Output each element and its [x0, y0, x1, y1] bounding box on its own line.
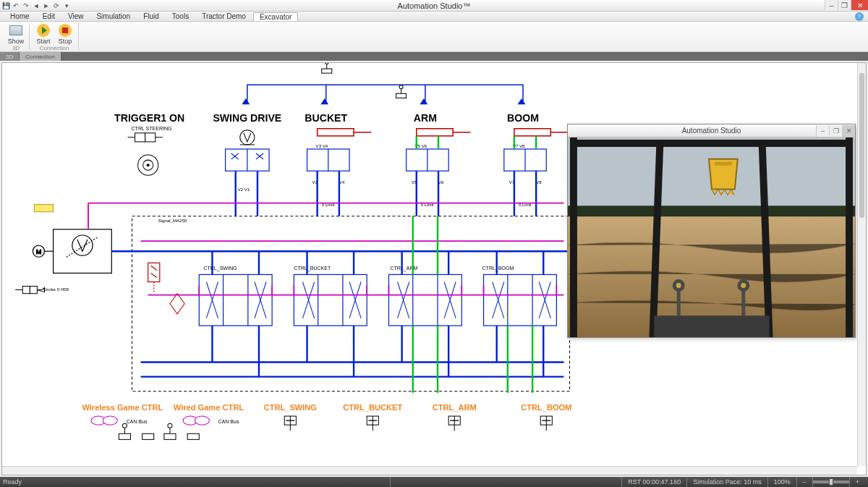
svg-rect-43 [22, 287, 30, 294]
label-ctrlswing: CTRL_SWING [264, 403, 317, 412]
panel-3d-titlebar[interactable]: Automation Studio – ❐ ✕ [568, 124, 855, 137]
dcv-arm [388, 274, 461, 326]
svg-text:CAN Bus: CAN Bus [218, 419, 239, 424]
ribbon-group-3d-label: 3D [12, 45, 20, 51]
svg-point-76 [168, 423, 172, 428]
status-zoom: 100% [767, 477, 796, 487]
main-canvas[interactable]: TRIGGER1 ON SWING DRIVE BUCKET ARM BOOM … [1, 62, 867, 475]
menu-simulation[interactable]: Simulation [90, 12, 136, 20]
label-trigger1: TRIGGER1 ON [114, 112, 184, 124]
svg-text:CTRL_BOOM: CTRL_BOOM [482, 266, 514, 271]
zoom-out-button[interactable]: – [796, 477, 812, 487]
joystick-icon [164, 423, 199, 439]
sub-strip: 3D Connection [0, 52, 868, 61]
svg-rect-18 [514, 129, 550, 136]
joystick-icon [322, 63, 332, 73]
solenoid-icon [367, 416, 378, 431]
menu-excavator[interactable]: Excavator [253, 12, 298, 21]
dcv-bucket [294, 274, 367, 326]
svg-rect-7 [145, 133, 156, 142]
svg-text:V2 V1: V2 V1 [238, 187, 250, 192]
menu-edit[interactable]: Edit [37, 12, 61, 20]
panel-maximize-button[interactable]: ❐ [829, 125, 842, 137]
panel-3d-title-label: Automation Studio [682, 127, 741, 135]
monitor-icon [9, 25, 22, 35]
play-icon [37, 24, 50, 37]
window-close-button[interactable]: ✕ [851, 0, 868, 10]
subtab-3d[interactable]: 3D [0, 52, 19, 61]
qa-save-icon[interactable]: 💾 [1, 1, 10, 10]
ribbon-group-connection: Start Stop Connection [30, 23, 79, 50]
svg-text:CTRL_BUCKET: CTRL_BUCKET [294, 266, 331, 271]
stop-icon [59, 24, 72, 37]
svg-point-90 [739, 281, 748, 290]
dcv-swing [199, 274, 272, 326]
gamepad-icon [183, 416, 209, 425]
label-bucket: BUCKET [305, 112, 347, 124]
qa-redo-icon[interactable]: ↷ [22, 1, 30, 10]
bucket-icon [709, 159, 738, 195]
svg-rect-16 [417, 129, 453, 136]
panel-3d-viewport[interactable] [568, 137, 855, 337]
gamepad-icon [91, 416, 117, 425]
label-wired: Wired Game CTRL [174, 403, 244, 412]
svg-rect-74 [164, 433, 176, 439]
app-title: Automation Studio™ [398, 1, 471, 10]
dcv-boom [484, 274, 557, 326]
window-minimize-button[interactable]: – [825, 0, 838, 10]
svg-point-87 [674, 281, 683, 290]
qa-undo-icon[interactable]: ↶ [12, 1, 20, 10]
solenoid-icon [284, 416, 296, 431]
menu-tools[interactable]: Tools [166, 12, 195, 20]
stop-button[interactable]: Stop [55, 23, 75, 45]
label-boom: BOOM [507, 112, 539, 124]
label-arm: ARM [414, 112, 437, 124]
panel-close-button[interactable]: ✕ [842, 125, 855, 137]
label-ctrlbucket: CTRL_BUCKET [343, 403, 402, 412]
ribbon-group-connection-label: Connection [40, 45, 69, 51]
show-button[interactable]: Show [6, 23, 26, 45]
menu-home[interactable]: Home [4, 12, 35, 20]
window-controls: – ❐ ✕ [825, 0, 868, 10]
ribbon: Show 3D Start Stop Connection [0, 22, 868, 52]
status-rst: RST 00:00:47.160 [621, 477, 686, 487]
horizontal-scrollbar[interactable] [2, 466, 857, 475]
svg-text:Stroke 0 H58: Stroke 0 H58 [43, 287, 69, 292]
menu-view[interactable]: View [62, 12, 90, 20]
svg-text:CAN Bus: CAN Bus [126, 419, 147, 424]
svg-rect-51 [199, 274, 272, 326]
swing-motor [240, 130, 255, 145]
vertical-scrollbar[interactable] [857, 63, 866, 466]
joystick-icon [396, 85, 407, 98]
qa-back-icon[interactable]: ◄ [32, 1, 41, 10]
qa-refresh-icon[interactable]: ⟳ [52, 1, 61, 10]
menu-tractor-demo[interactable]: Tractor Demo [196, 12, 252, 20]
label-wireless: Wireless Game CTRL [82, 403, 163, 412]
help-icon[interactable]: ? [855, 12, 864, 21]
svg-point-65 [103, 416, 117, 425]
subtab-connection[interactable]: Connection [20, 52, 60, 61]
svg-point-67 [195, 416, 209, 425]
panel-3d-view[interactable]: Automation Studio – ❐ ✕ [567, 124, 856, 338]
svg-rect-6 [135, 133, 145, 142]
window-maximize-button[interactable]: ❐ [838, 0, 851, 10]
panel-minimize-button[interactable]: – [816, 125, 829, 137]
qa-more-icon[interactable]: ▾ [62, 1, 71, 10]
start-button[interactable]: Start [33, 23, 54, 45]
label-ctrlarm: CTRL_ARM [433, 403, 477, 412]
qa-forward-icon[interactable]: ► [42, 1, 51, 10]
svg-rect-14 [318, 129, 354, 136]
stop-button-label: Stop [59, 38, 72, 45]
svg-rect-3 [396, 93, 407, 98]
ribbon-group-3d: Show 3D [3, 23, 30, 50]
zoom-in-button[interactable]: + [849, 477, 865, 487]
show-button-label: Show [8, 38, 25, 45]
menu-fluid[interactable]: Fluid [137, 12, 165, 20]
svg-point-2 [325, 63, 328, 64]
svg-point-72 [122, 423, 127, 428]
svg-text:Signal_MA250: Signal_MA250 [158, 219, 187, 223]
svg-rect-73 [142, 433, 154, 439]
relief-valve [148, 263, 160, 293]
svg-rect-63 [148, 263, 160, 281]
titlebar: 💾 ↶ ↷ ◄ ► ⟳ ▾ Automation Studio™ – ❐ ✕ [0, 0, 868, 12]
